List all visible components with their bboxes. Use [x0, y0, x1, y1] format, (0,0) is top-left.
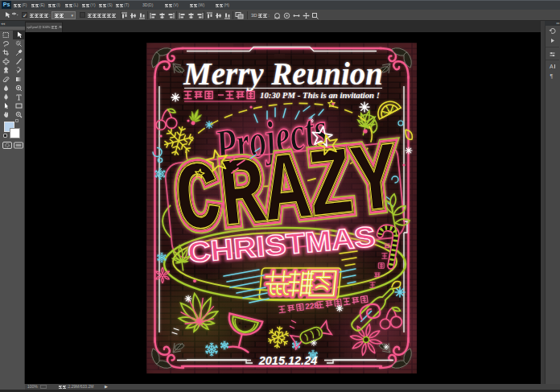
- svg-text:2015.12.24: 2015.12.24: [258, 354, 318, 367]
- svg-text:Merry Reunion: Merry Reunion: [183, 56, 383, 92]
- svg-text:A: A: [550, 64, 554, 69]
- svg-text:¶: ¶: [550, 73, 554, 79]
- svg-text:10:30 PM - This is an invitati: 10:30 PM - This is an invitation !: [260, 91, 380, 100]
